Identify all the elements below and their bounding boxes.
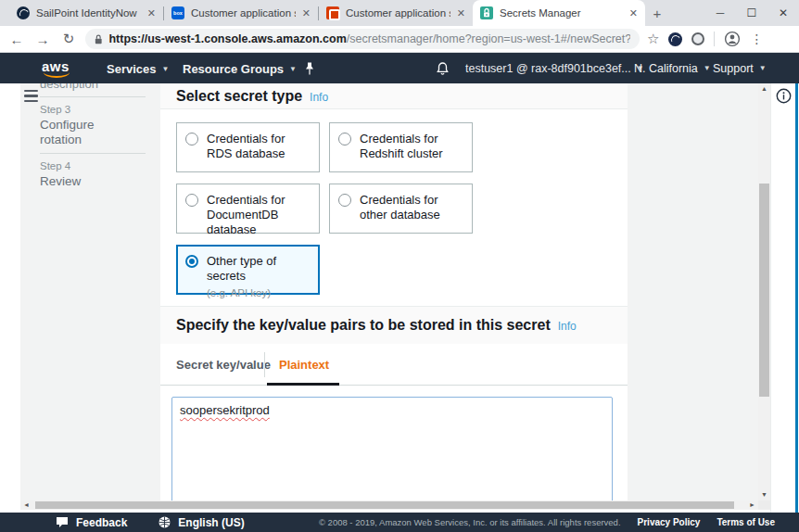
url-text: https://us-west-1.console.aws.amazon.com… — [108, 32, 630, 45]
radio-selected-icon[interactable] — [185, 255, 198, 268]
tab-plaintext[interactable]: Plaintext — [279, 358, 329, 372]
horizontal-scrollbar-thumb[interactable] — [35, 501, 734, 509]
feedback-bubble-icon — [56, 516, 69, 528]
new-tab-button[interactable]: + — [645, 0, 669, 26]
terms-of-use-link[interactable]: Terms of Use — [717, 517, 775, 527]
tab-secret-key-value[interactable]: Secret key/value — [176, 358, 271, 372]
tab-box-doc[interactable]: box Customer application secrets gu ✕ — [164, 0, 318, 26]
radio-icon[interactable] — [338, 133, 351, 146]
hamburger-menu-icon[interactable] — [24, 90, 38, 102]
scroll-up-icon[interactable]: ▲ — [758, 83, 770, 95]
resource-groups-menu[interactable]: Resource Groups▼ — [183, 61, 297, 75]
option-documentdb-database[interactable]: Credentials for DocumentDB database — [176, 184, 320, 234]
minimize-button[interactable]: ─ — [704, 0, 736, 26]
close-button[interactable]: ✕ — [767, 0, 799, 26]
tab-sailpoint[interactable]: SailPoint IdentityNow ✕ — [9, 0, 163, 26]
tab-divider — [264, 352, 265, 377]
support-menu[interactable]: Support▼ — [713, 62, 767, 75]
step3-title: Configure rotation — [40, 118, 114, 147]
horizontal-scrollbar[interactable]: ◄ ► — [20, 500, 758, 510]
globe-icon — [159, 516, 171, 528]
step3-number: Step 3 — [40, 104, 149, 115]
key-value-section-header: Specify the key/value pairs to be stored… — [160, 306, 628, 344]
scrollbar-corner — [758, 500, 770, 510]
option-sub-label: (e.g. API key) — [207, 285, 311, 300]
bookmark-star-icon[interactable]: ☆ — [647, 31, 659, 47]
address-bar[interactable]: https://us-west-1.console.aws.amazon.com… — [85, 29, 640, 49]
forward-icon[interactable]: → — [30, 32, 56, 47]
account-menu[interactable]: testuser1 @ rax-8df901bce3ef...▼ — [465, 62, 644, 75]
sidebar-divider — [40, 153, 146, 154]
tab-title: Customer application secrets gu — [346, 7, 450, 19]
vertical-scrollbar[interactable]: ▲ ▼ — [758, 83, 770, 500]
url-host: https://us-west-1.console.aws.amazon.com — [108, 32, 346, 45]
secret-format-tabs: Secret key/value Plaintext — [160, 344, 628, 386]
radio-icon[interactable] — [185, 194, 198, 207]
region-menu[interactable]: N. California▼ — [634, 62, 711, 75]
menu-dots-icon[interactable]: ⋮ — [750, 32, 763, 46]
help-panel — [770, 83, 795, 513]
aws-logo-smile — [44, 72, 70, 78]
console-content: description Step 3 Configure rotation St… — [0, 83, 799, 513]
sailpoint-favicon-icon — [17, 6, 30, 19]
section-title: Select secret type — [176, 88, 302, 105]
radio-icon[interactable] — [185, 133, 198, 146]
services-menu[interactable]: Services▼ — [107, 61, 169, 75]
option-other-database[interactable]: Credentials for other database — [329, 184, 473, 234]
tab-strip: SailPoint IdentityNow ✕ box Customer app… — [0, 0, 799, 26]
scroll-right-icon[interactable]: ► — [749, 500, 755, 510]
step4-title: Review — [40, 174, 114, 189]
option-rds-database[interactable]: Credentials for RDS database — [176, 122, 320, 172]
info-link[interactable]: Info — [310, 91, 328, 104]
pin-icon[interactable] — [304, 61, 315, 75]
radio-icon[interactable] — [338, 194, 351, 207]
privacy-policy-link[interactable]: Privacy Policy — [638, 517, 701, 527]
option-other-type-of-secrets[interactable]: Other type of secrets (e.g. API key) — [176, 245, 320, 295]
sailpoint-extension-icon[interactable] — [668, 32, 682, 46]
aws-console-footer: Feedback English (US) © 2008 - 2019, Ama… — [0, 513, 799, 532]
url-path: /secretsmanager/home?region=us-west-1#/n… — [347, 32, 630, 45]
tab-close-icon[interactable]: ✕ — [147, 7, 156, 19]
info-circle-icon[interactable] — [776, 88, 792, 104]
option-redshift-cluster[interactable]: Credentials for Redshift cluster — [329, 122, 473, 172]
aws-console-navbar: aws Services▼ Resource Groups▼ testuser1… — [0, 53, 799, 83]
back-icon[interactable]: ← — [4, 32, 30, 47]
scroll-down-icon[interactable]: ▼ — [758, 489, 770, 500]
step4-number: Step 4 — [40, 160, 149, 171]
notifications-bell-icon[interactable] — [436, 61, 450, 76]
tab-office-doc[interactable]: Customer application secrets gu ✕ — [319, 0, 473, 26]
maximize-button[interactable]: ☐ — [736, 0, 767, 26]
tab-secrets-manager[interactable]: Secrets Manager ✕ — [473, 0, 645, 26]
info-link[interactable]: Info — [558, 320, 577, 333]
aws-logo[interactable]: aws — [42, 58, 70, 74]
plaintext-secret-input[interactable]: soopersekritprod — [171, 397, 613, 506]
chevron-down-icon: ▼ — [759, 64, 767, 72]
copyright-text: © 2008 - 2019, Amazon Web Services, Inc.… — [319, 517, 621, 527]
chevron-down-icon: ▼ — [704, 64, 711, 72]
language-selector[interactable]: English (US) — [178, 516, 244, 529]
select-secret-type-header: Select secret type Info — [160, 83, 628, 109]
scroll-left-icon[interactable]: ◄ — [23, 500, 30, 510]
secret-value-text: soopersekritprod — [180, 403, 270, 417]
tab-close-icon[interactable]: ✕ — [302, 7, 311, 19]
vertical-scrollbar-thumb[interactable] — [759, 184, 769, 397]
office-favicon-icon — [326, 6, 339, 19]
chevron-down-icon: ▼ — [162, 64, 170, 72]
profile-avatar-icon[interactable] — [724, 31, 741, 47]
chevron-down-icon: ▼ — [289, 64, 297, 72]
wizard-steps-sidebar: description Step 3 Configure rotation St… — [20, 83, 160, 500]
browser-window: SailPoint IdentityNow ✕ box Customer app… — [0, 0, 799, 532]
tab-close-icon[interactable]: ✕ — [629, 7, 638, 19]
toolbar-icons: ☆ ⋮ — [647, 31, 763, 47]
reload-icon[interactable]: ↻ — [56, 31, 82, 47]
sidebar-divider — [40, 96, 146, 97]
wizard-main-panel: Select secret type Info Credentials for … — [160, 83, 628, 513]
tab-title: Secrets Manager — [500, 7, 623, 19]
window-controls: ─ ☐ ✕ — [704, 0, 799, 26]
box-favicon-icon: box — [171, 6, 184, 19]
help-panel-edge[interactable] — [795, 83, 798, 513]
extension-icon[interactable] — [691, 32, 704, 45]
tab-close-icon[interactable]: ✕ — [457, 7, 465, 19]
secretsmanager-favicon-icon — [480, 6, 493, 19]
feedback-button[interactable]: Feedback — [76, 516, 127, 529]
